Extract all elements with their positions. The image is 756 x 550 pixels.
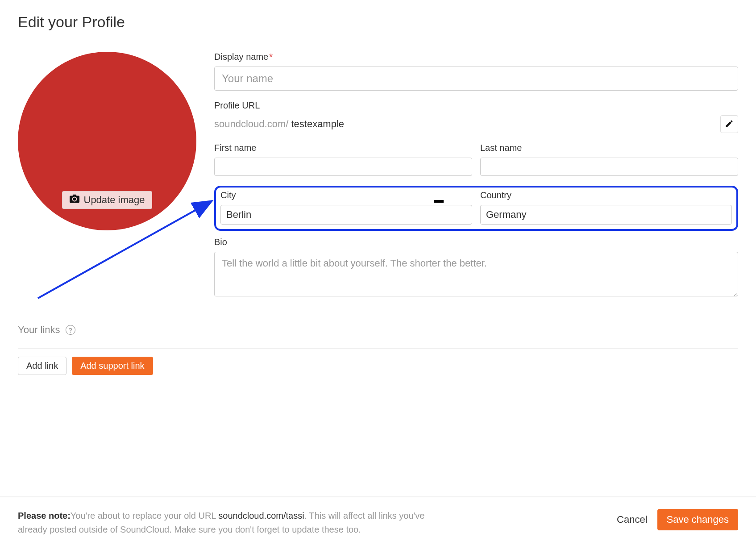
- city-input[interactable]: [220, 205, 472, 225]
- add-link-button[interactable]: Add link: [18, 357, 66, 375]
- profile-url-prefix: soundcloud.com/: [214, 118, 291, 129]
- form-column: Display name* Profile URL soundcloud.com…: [214, 52, 738, 308]
- country-input[interactable]: [480, 205, 732, 225]
- cancel-button[interactable]: Cancel: [617, 514, 647, 525]
- edit-url-button[interactable]: [720, 115, 738, 133]
- footer-note: Please note:You're about to replace your…: [18, 509, 437, 537]
- avatar-column: Update image: [18, 52, 196, 308]
- name-row: First name Last name: [214, 143, 738, 176]
- first-name-input[interactable]: [214, 158, 472, 176]
- city-label: City: [220, 190, 472, 200]
- page-title: Edit your Profile: [18, 13, 738, 39]
- country-group: Country: [480, 190, 732, 225]
- last-name-input[interactable]: [480, 158, 738, 176]
- add-support-link-button[interactable]: Add support link: [72, 357, 153, 375]
- profile-form: Update image Display name* Profile URL s…: [18, 52, 738, 308]
- highlight-handle: [434, 200, 444, 203]
- first-name-label: First name: [214, 143, 472, 153]
- help-icon[interactable]: ?: [66, 325, 75, 335]
- profile-url-text: soundcloud.com/ testexample: [214, 118, 344, 130]
- city-group: City: [220, 190, 472, 225]
- update-image-button[interactable]: Update image: [62, 191, 153, 209]
- links-title: Your links: [18, 324, 60, 336]
- footer: Please note:You're about to replace your…: [0, 496, 756, 550]
- display-name-group: Display name*: [214, 52, 738, 91]
- bio-label: Bio: [214, 237, 738, 247]
- footer-old-url: soundcloud.com/tassi: [218, 511, 304, 521]
- last-name-label: Last name: [480, 143, 738, 153]
- camera-icon: [70, 194, 79, 206]
- required-star: *: [269, 52, 273, 62]
- update-image-label: Update image: [84, 194, 145, 206]
- save-changes-button[interactable]: Save changes: [657, 509, 738, 530]
- footer-note-before: You're about to replace your old URL: [71, 511, 218, 521]
- bio-group: Bio: [214, 237, 738, 298]
- display-name-label: Display name*: [214, 52, 738, 62]
- footer-actions: Cancel Save changes: [617, 509, 738, 530]
- link-buttons-row: Add link Add support link: [18, 357, 738, 375]
- profile-url-group: Profile URL soundcloud.com/ testexample: [214, 100, 738, 133]
- links-section-header: Your links ?: [18, 324, 738, 349]
- profile-url-label: Profile URL: [214, 100, 738, 111]
- country-label: Country: [480, 190, 732, 200]
- footer-note-strong: Please note:: [18, 511, 71, 521]
- first-name-group: First name: [214, 143, 472, 176]
- last-name-group: Last name: [480, 143, 738, 176]
- display-name-label-text: Display name: [214, 52, 268, 62]
- bio-textarea[interactable]: [214, 252, 738, 296]
- display-name-input[interactable]: [214, 67, 738, 91]
- location-highlight: City Country: [214, 186, 738, 231]
- profile-url-slug: testexample: [291, 118, 344, 129]
- pencil-icon: [725, 119, 734, 129]
- avatar-image: Update image: [18, 52, 196, 230]
